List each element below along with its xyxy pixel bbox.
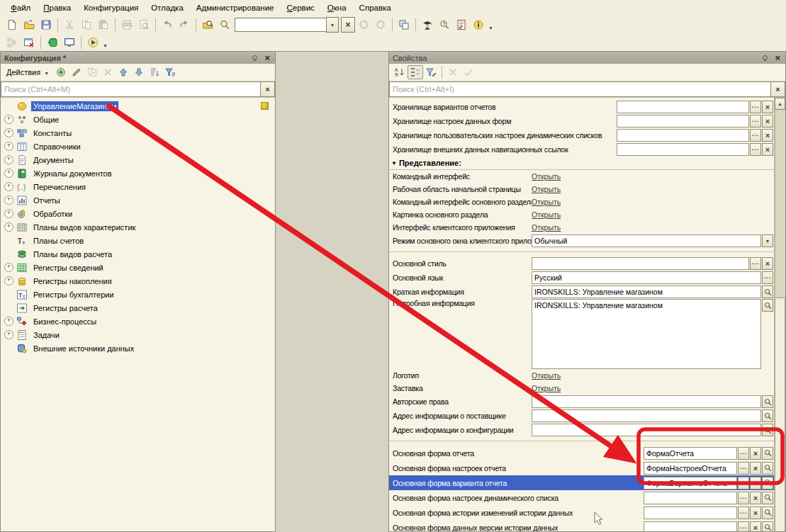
property-row-home-page-work-area[interactable]: Рабочая область начальной страницыОткрыт… — [389, 183, 774, 196]
open-link[interactable]: Открыть — [532, 371, 561, 380]
pin-icon[interactable] — [763, 55, 768, 60]
property-value-field[interactable]: ФормаВариантаОтчета — [644, 477, 737, 489]
expand-icon[interactable]: + — [4, 317, 13, 326]
property-row-main-data-history-change-history-form[interactable]: Основная форма истории изменений истории… — [389, 505, 774, 520]
clear-icon[interactable]: × — [750, 506, 761, 519]
property-value-field[interactable] — [644, 521, 737, 532]
add-icon[interactable] — [53, 65, 69, 79]
scroll-up-icon[interactable]: ▲ — [775, 98, 785, 110]
property-value-field[interactable] — [617, 101, 749, 113]
clear-icon[interactable]: × — [750, 447, 761, 460]
expand-icon[interactable]: + — [4, 209, 13, 218]
clear-icon[interactable]: × — [762, 257, 773, 270]
property-value-field[interactable]: ФормаНастроекОтчета — [644, 462, 737, 475]
expand-icon[interactable]: + — [4, 115, 13, 124]
tree-item-charts-of-calculation-types[interactable]: Планы видов расчета — [1, 247, 275, 261]
tree-item-reports[interactable]: +Отчеты — [1, 193, 275, 207]
choose-icon[interactable]: ... — [750, 129, 761, 142]
choose-icon[interactable]: ... — [750, 257, 761, 270]
property-row-main-report-form[interactable]: Основная форма отчетаФормаОтчета...× — [389, 446, 774, 460]
property-row-navigation-links-external-data-storage[interactable]: Хранилище внешних данных навигационных с… — [389, 142, 774, 157]
property-row-dynamic-lists-user-settings-storage[interactable]: Хранилище пользовательских настроек дина… — [389, 128, 774, 142]
choose-icon[interactable]: ... — [738, 492, 749, 504]
property-row-detailed-information[interactable]: Подробная информацияIRONSKILLS: Управлен… — [389, 299, 774, 369]
property-row-logo[interactable]: ЛоготипОткрыть — [389, 369, 774, 382]
clear-icon[interactable]: × — [750, 492, 761, 504]
clear-icon[interactable]: × — [762, 129, 773, 142]
chevron-down-icon[interactable]: ▼ — [762, 234, 773, 247]
property-row-main-section-picture[interactable]: Картинка основного разделаОткрыть — [389, 208, 774, 221]
choose-icon[interactable]: ... — [738, 447, 749, 460]
expand-icon[interactable]: + — [4, 182, 13, 191]
menu-file[interactable]: Файл — [4, 1, 37, 14]
menu-administration[interactable]: Администрирование — [190, 1, 281, 14]
property-row-report-variants-storage[interactable]: Хранилище вариантов отчетов...× — [389, 100, 774, 114]
toolbar-options-icon[interactable]: ▼ — [488, 26, 493, 30]
open-icon-magnifier[interactable] — [762, 299, 773, 312]
property-value-field[interactable]: Обычный — [532, 234, 761, 247]
expand-icon[interactable]: + — [4, 155, 13, 164]
move-up-icon[interactable] — [116, 65, 131, 79]
expand-icon[interactable]: + — [4, 142, 13, 151]
interface-editor-icon[interactable] — [61, 35, 78, 50]
info-icon[interactable] — [470, 17, 487, 33]
global-search-icon[interactable] — [199, 17, 216, 33]
property-row-splash[interactable]: ЗаставкаОткрыть — [389, 382, 774, 395]
property-value-field[interactable] — [532, 409, 761, 422]
property-row-command-interface[interactable]: Командный интерфейсОткрыть — [389, 170, 774, 183]
help-search-icon[interactable]: ? — [436, 17, 453, 33]
expand-icon[interactable]: + — [4, 169, 13, 178]
clear-icon[interactable]: × — [750, 462, 761, 475]
property-row-brief-information[interactable]: Краткая информацияIRONSKILLS: Управление… — [389, 285, 774, 299]
clear-icon[interactable]: × — [750, 521, 761, 532]
window-close-icon[interactable] — [21, 35, 38, 50]
open-icon-magnifier[interactable] — [762, 521, 773, 532]
open-icon[interactable] — [21, 17, 38, 33]
tree-item-configuration-root[interactable]: УправлениеМагазином — [1, 99, 275, 113]
open-link[interactable]: Открыть — [532, 210, 561, 219]
tree-item-data-processors[interactable]: +Обработки — [1, 207, 275, 220]
menu-debug[interactable]: Отладка — [145, 1, 189, 14]
props-filter-icon[interactable] — [423, 65, 439, 79]
close-icon[interactable]: × — [773, 53, 782, 62]
syntax-check-icon[interactable] — [453, 17, 470, 33]
tree-item-documents[interactable]: +Документы — [1, 153, 275, 166]
tree-item-information-registers[interactable]: +Регистры сведений — [1, 261, 275, 274]
choose-icon[interactable]: ... — [750, 115, 761, 128]
clear-icon[interactable]: × — [762, 115, 773, 128]
property-row-main-section-command-interface[interactable]: Командный интерфейс основного разделаОтк… — [389, 196, 774, 208]
property-row-vendor-information-address[interactable]: Адрес информации о поставщике — [389, 409, 774, 423]
property-value-field[interactable]: IRONSKILLS: Управление магазином — [532, 285, 761, 298]
scrollbar-thumb[interactable] — [775, 298, 785, 531]
filter-icon[interactable] — [162, 65, 178, 79]
property-value-field[interactable] — [617, 115, 749, 128]
tree-item-catalogs[interactable]: +Справочники — [1, 140, 275, 153]
open-icon-magnifier[interactable] — [762, 395, 773, 408]
property-row-configuration-information-address[interactable]: Адрес информации о конфигурации — [389, 423, 774, 437]
scrollbar-track[interactable] — [775, 110, 785, 298]
categories-icon[interactable] — [408, 65, 423, 79]
menu-configuration[interactable]: Конфигурация — [77, 1, 145, 14]
tree-item-document-journals[interactable]: +Журналы документов — [1, 166, 275, 180]
expand-icon[interactable]: + — [4, 263, 13, 272]
open-link[interactable]: Открыть — [532, 198, 561, 206]
choose-icon[interactable]: ... — [762, 271, 773, 284]
quick-search-input[interactable] — [235, 18, 326, 32]
choose-icon[interactable]: ... — [738, 521, 749, 532]
expand-icon[interactable]: + — [4, 196, 13, 205]
property-row-form-data-settings-storage[interactable]: Хранилище настроек данных форм...× — [389, 114, 774, 128]
db-update-icon[interactable] — [44, 35, 61, 50]
properties-search-input[interactable] — [389, 81, 770, 97]
expand-icon[interactable]: + — [4, 222, 13, 232]
properties-scrollbar[interactable]: ▲ — [774, 98, 785, 531]
property-row-main-data-history-version-data-form[interactable]: Основная форма данных версии истории дан… — [389, 520, 774, 531]
menu-service[interactable]: Сервис — [280, 1, 320, 14]
open-link[interactable]: Открыть — [532, 384, 561, 392]
property-value-field[interactable]: ФормаОтчета — [644, 447, 737, 460]
tree-item-accounting-registers[interactable]: ТтРегистры бухгалтерии — [1, 288, 275, 301]
property-row-main-language[interactable]: Основной языкРусский... — [389, 271, 774, 285]
open-icon-magnifier[interactable] — [762, 462, 773, 475]
sort-list-icon[interactable] — [147, 65, 162, 79]
chevron-down-icon[interactable]: ▼ — [326, 17, 339, 33]
menu-windows[interactable]: Окна — [321, 1, 353, 14]
